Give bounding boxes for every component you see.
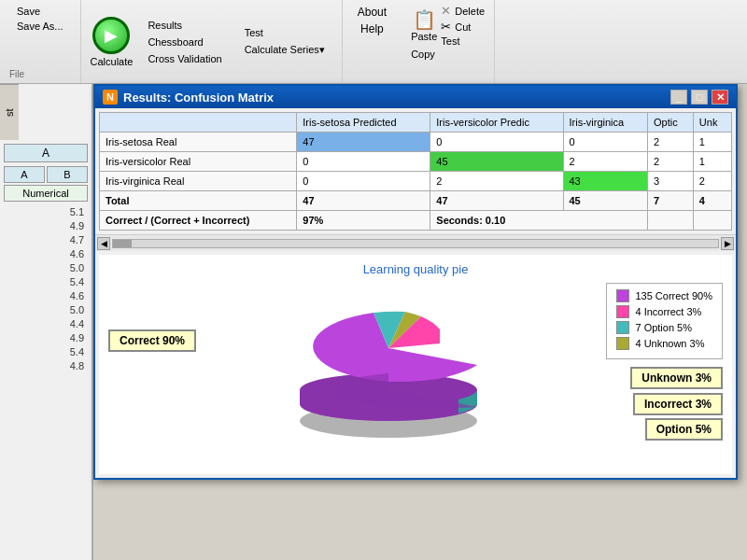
cm-title: Results: Confusion Matrix: [123, 91, 274, 105]
close-button[interactable]: ✕: [712, 90, 728, 105]
sidebar-value-7: 4.6: [4, 289, 88, 302]
help-button[interactable]: Help: [353, 21, 391, 37]
legend-item-correct: 135 Correct 90%: [616, 289, 712, 302]
about-button[interactable]: About: [350, 4, 394, 21]
col-header-empty: [100, 113, 297, 133]
cell-setosa-setosa: 47: [297, 133, 430, 152]
cm-titlebar-left: N Results: Confusion Matrix: [103, 90, 274, 105]
table-row: Iris-setosa Real 47 0 0 2 1: [100, 133, 732, 152]
chessboard-button[interactable]: Chessboard: [140, 35, 229, 49]
clipboard-group: 📋 Paste ✕ Delete ✂ Cut Test Copy: [402, 0, 495, 83]
sidebar-col-b: B: [47, 166, 88, 183]
sidebar-value-2: 4.9: [4, 219, 88, 232]
col-header-virginica: Iris-virginica: [563, 113, 648, 133]
chart-legend: 135 Correct 90% 4 Incorrect 3% 7 Option …: [606, 283, 723, 359]
ribbon-sub-buttons: Results Chessboard Cross Validation: [140, 18, 229, 66]
test-buttons: Test Calculate Series▾: [237, 25, 332, 58]
correct-label: Correct / (Correct + Incorrect): [100, 211, 297, 231]
legend-color-unknown: [616, 337, 629, 350]
seconds-label: Seconds: 0.10: [430, 211, 648, 231]
test-button[interactable]: Test: [237, 25, 332, 40]
cell-versicolor-setosa: 0: [297, 152, 430, 172]
sidebar-value-6: 5.4: [4, 275, 88, 288]
sidebar-tabs: st: [0, 84, 92, 140]
sidebar-value-12: 4.8: [4, 359, 88, 372]
confusion-table-area: Iris-setosa Predicted Iris-versicolor Pr…: [99, 112, 732, 231]
total-unk: 4: [693, 191, 731, 211]
chart-title: Learning quality pie: [106, 262, 725, 276]
col-header-versicolor: Iris-versicolor Predic: [430, 113, 563, 133]
cross-validation-button[interactable]: Cross Validation: [140, 51, 229, 66]
horizontal-scrollbar[interactable]: ◀ ▶: [95, 234, 736, 251]
total-virginica: 45: [563, 191, 648, 211]
total-option: 7: [648, 191, 694, 211]
copy-label[interactable]: Copy: [411, 49, 435, 60]
cell-virginica-virginica: 43: [563, 172, 648, 191]
pie-chart-container: [286, 283, 491, 454]
save-group: Save Save As... File: [0, 0, 81, 83]
col-header-unk: Unk: [693, 113, 731, 133]
col-header-option: Optic: [648, 113, 694, 133]
legend-color-correct: [616, 289, 629, 302]
table-row-correct: Correct / (Correct + Incorrect) 97% Seco…: [100, 211, 732, 231]
sidebar-tab-1[interactable]: st: [0, 84, 19, 140]
cell-virginica-option: 3: [648, 172, 694, 191]
maximize-button[interactable]: □: [691, 90, 708, 105]
confusion-matrix-window: N Results: Confusion Matrix _ □ ✕ Iris-s…: [93, 84, 738, 480]
cut-button[interactable]: ✂ Cut: [441, 20, 485, 34]
sidebar-ab-row: A B: [4, 166, 88, 183]
save-as-button[interactable]: Save As...: [9, 19, 71, 34]
numerical-label[interactable]: Numerical: [4, 185, 88, 202]
legend-text-option: 7 Option 5%: [635, 322, 692, 333]
paste-delete-row: 📋 Paste ✕ Delete ✂ Cut Test: [411, 4, 485, 47]
cm-controls: _ □ ✕: [670, 90, 728, 105]
scroll-thumb[interactable]: [113, 240, 132, 247]
unknown-label-box: Unknown 3%: [630, 367, 723, 389]
cell-versicolor-option: 2: [648, 152, 694, 172]
incorrect-label-box: Incorrect 3%: [633, 393, 723, 415]
pie-chart: [286, 283, 491, 451]
sidebar-value-10: 4.9: [4, 331, 88, 344]
sidebar-value-4: 4.6: [4, 247, 88, 260]
calculate-label: Calculate: [91, 56, 134, 67]
table-row: Iris-versicolor Real 0 45 2 2 1: [100, 152, 732, 172]
scroll-left-arrow[interactable]: ◀: [97, 237, 110, 250]
calculate-btn-group: ▶ Calculate: [91, 17, 134, 67]
test-right-button[interactable]: Test: [441, 35, 485, 47]
legend-item-option: 7 Option 5%: [616, 321, 712, 334]
about-section: About Help: [343, 0, 402, 83]
main-area: st A A B Numerical 5.1 4.9 4.7 4.6 5.0 5…: [0, 84, 747, 560]
table-row-total: Total 47 47 45 7 4: [100, 191, 732, 211]
calculate-button[interactable]: ▶: [92, 17, 130, 54]
legend-text-unknown: 4 Unknown 3%: [635, 338, 704, 349]
delete-button[interactable]: ✕ Delete: [441, 4, 485, 18]
sidebar-value-8: 5.0: [4, 303, 88, 316]
total-setosa: 47: [297, 191, 430, 211]
sidebar-col-a: A: [4, 144, 88, 162]
cm-titlebar: N Results: Confusion Matrix _ □ ✕: [95, 86, 736, 108]
correct-label-box: Correct 90%: [108, 329, 196, 352]
save-button[interactable]: Save: [9, 4, 48, 19]
table-header-row: Iris-setosa Predicted Iris-versicolor Pr…: [100, 113, 732, 133]
paste-button[interactable]: 📋 Paste: [411, 8, 437, 42]
results-button[interactable]: Results: [140, 18, 229, 33]
minimize-button[interactable]: _: [670, 90, 687, 105]
scroll-track[interactable]: [112, 239, 719, 248]
correct-empty1: [648, 211, 694, 231]
toolbar: Save Save As... File ▶ Calculate Results…: [0, 0, 747, 84]
legend-text-correct: 135 Correct 90%: [635, 290, 712, 301]
delete-test-group: ✕ Delete ✂ Cut Test: [441, 4, 485, 47]
legend-item-incorrect: 4 Incorrect 3%: [616, 305, 712, 318]
cell-setosa-versicolor: 0: [430, 133, 563, 152]
option-label-box: Option 5%: [645, 418, 723, 441]
sidebar-col-a2: A: [4, 166, 45, 183]
col-header-setosa: Iris-setosa Predicted: [297, 113, 430, 133]
calculate-series-button[interactable]: Calculate Series▾: [237, 42, 332, 58]
cell-setosa-virginica: 0: [563, 133, 648, 152]
sidebar-value-5: 5.0: [4, 261, 88, 274]
legend-color-option: [616, 321, 629, 334]
legend-color-incorrect: [616, 305, 629, 318]
legend-item-unknown: 4 Unknown 3%: [616, 337, 712, 350]
sidebar-values: 5.1 4.9 4.7 4.6 5.0 5.4 4.6 5.0 4.4 4.9 …: [4, 205, 88, 372]
scroll-right-arrow[interactable]: ▶: [721, 237, 734, 250]
